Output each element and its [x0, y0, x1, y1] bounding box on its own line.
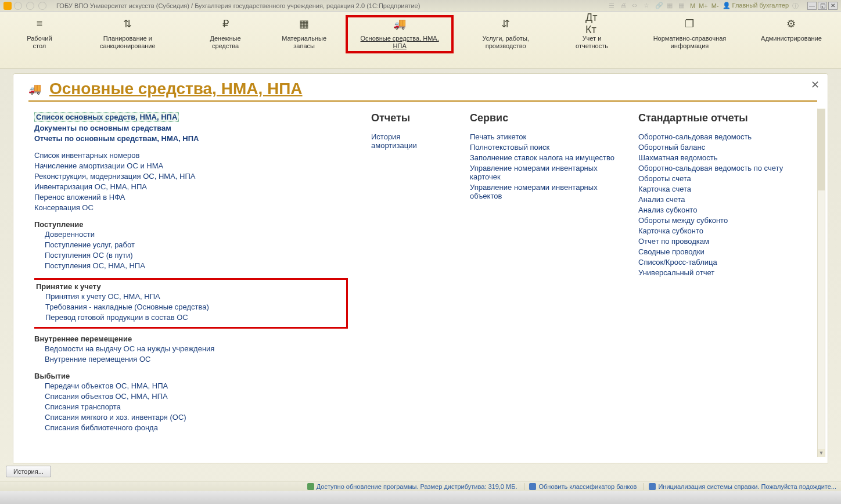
calc-icon[interactable]: ▦	[667, 2, 675, 10]
nav-item-6[interactable]: Дт КтУчет и отчетность	[558, 15, 626, 53]
nav-link[interactable]: Начисление амортизации ОС и НМА	[34, 161, 348, 170]
nav-item-4[interactable]: 🚚Основные средства, НМА, НПА	[346, 15, 454, 53]
nav-item-3[interactable]: ▦Материальные запасы	[263, 15, 346, 53]
nav-link[interactable]: Полнотекстовый поиск	[470, 143, 615, 152]
nav-item-5[interactable]: ⇵Услуги, работы, производство	[454, 15, 558, 53]
nav-link[interactable]: История амортизации	[371, 132, 447, 150]
nav-item-7[interactable]: ❐Нормативно-справочная информация	[626, 15, 753, 53]
close-panel-button[interactable]: ✕	[811, 78, 820, 91]
nav-link[interactable]: Список/Кросс-таблица	[638, 258, 789, 267]
nav-link[interactable]: Заполнение ставок налога на имущество	[470, 153, 615, 162]
status-help[interactable]: Инициализация системы справки. Пожалуйст…	[644, 483, 836, 490]
vertical-scrollbar[interactable]: ▲ ▼	[817, 109, 825, 457]
os-taskbar	[0, 491, 841, 504]
status-update[interactable]: Доступно обновление программы. Размер ди…	[303, 483, 517, 490]
nav-link[interactable]: Печать этикеток	[470, 132, 615, 141]
nav-link[interactable]: Перевод готовой продукции в состав ОС	[45, 313, 343, 322]
nav-link[interactable]: Управление номерами инвентарных карточек	[470, 164, 615, 181]
app-icon	[3, 2, 12, 10]
nav-item-2[interactable]: ₽Денежные средства	[188, 15, 263, 53]
group-title: Внутреннее перемещение	[34, 334, 348, 343]
nav-forward-icon[interactable]	[26, 2, 34, 10]
nav-link[interactable]: Консервация ОС	[34, 203, 348, 212]
nav-link[interactable]: Карточка субконто	[638, 226, 789, 235]
nav-link[interactable]: Списания объектов ОС, НМА, НПА	[45, 392, 348, 401]
nav-link[interactable]: Оборотно-сальдовая ведомость по счету	[638, 164, 789, 172]
m-btn[interactable]: M	[690, 2, 695, 9]
nav-link[interactable]: Поступления ОС (в пути)	[45, 251, 348, 260]
section-link[interactable]: Список основных средств, НМА, НПА	[34, 112, 179, 122]
content-panel: ✕ 🚚 Основные средства, НМА, НПА Список о…	[13, 73, 828, 463]
link-icon[interactable]: 🔗	[655, 2, 663, 10]
nav-link[interactable]: Обороты между субконто	[638, 216, 789, 225]
nav-icon: ⇅	[121, 19, 134, 29]
nav-label: Материальные запасы	[271, 35, 337, 50]
nav-item-1[interactable]: ⇅Планирование и санкционирование	[67, 15, 188, 53]
nav-column-service: СервисПечать этикетокПолнотекстовый поис…	[470, 112, 615, 449]
scroll-thumb[interactable]	[818, 109, 825, 190]
nav-link[interactable]: Доверенности	[45, 230, 348, 239]
star-icon[interactable]: ☆	[644, 2, 652, 10]
nav-link[interactable]: Управление номерами инвентарных объектов	[470, 183, 615, 200]
nav-item-0[interactable]: ≡Рабочий стол	[12, 15, 67, 53]
history-button[interactable]: История...	[6, 466, 51, 477]
group-title: Выбытие	[34, 372, 348, 380]
group-title: Принятие к учету	[36, 282, 343, 291]
compare-icon[interactable]: ⇔	[632, 2, 640, 10]
nav-link[interactable]: Списания транспорта	[45, 402, 348, 411]
close-window-button[interactable]: ✕	[828, 2, 838, 10]
info-small-icon	[649, 483, 656, 490]
status-banks[interactable]: Обновить классификатор банков	[524, 483, 637, 490]
nav-link[interactable]: Оборотно-сальдовая ведомость	[638, 132, 789, 141]
info-icon[interactable]: ⓘ	[792, 2, 800, 10]
column-heading: Стандартные отчеты	[638, 112, 789, 124]
nav-icon: ▦	[298, 19, 311, 29]
nav-link[interactable]: Ведомости на выдачу ОС на нужды учрежден…	[45, 344, 348, 353]
nav-link[interactable]: Поступления ОС, НМА, НПА	[45, 261, 348, 270]
nav-link[interactable]: Обороты счета	[638, 174, 789, 183]
scroll-down-icon[interactable]: ▼	[818, 449, 825, 457]
page-title: Основные средства, НМА, НПА	[49, 80, 303, 98]
nav-link[interactable]: Передачи объектов ОС, НМА, НПА	[45, 381, 348, 390]
nav-link[interactable]: Инвентаризация ОС, НМА, НПА	[34, 182, 348, 191]
nav-link[interactable]: Список инвентарных номеров	[34, 151, 348, 160]
nav-link[interactable]: Анализ счета	[638, 195, 789, 204]
nav-label: Нормативно-справочная информация	[634, 35, 745, 50]
section-link[interactable]: Документы по основным средствам	[34, 124, 348, 132]
nav-item-8[interactable]: ⚙Администрирование	[753, 15, 829, 46]
toolbar-icon[interactable]: ☰	[609, 2, 617, 10]
user-label[interactable]: 👤 Главный бухгалтер	[723, 2, 789, 9]
section-link[interactable]: Отчеты по основным средствам, НМА, НПА	[34, 134, 348, 143]
refresh-icon	[529, 483, 536, 490]
column-heading: Сервис	[470, 112, 615, 124]
nav-link[interactable]: Реконструкция, модернизация ОС, НМА, НПА	[34, 172, 348, 181]
m-plus-btn[interactable]: M+	[699, 2, 708, 9]
nav-column-reports: ОтчетыИстория амортизации	[371, 112, 447, 449]
nav-column-main: Список основных средств, НМА, НПАДокумен…	[34, 112, 348, 449]
nav-link[interactable]: Оборотный баланс	[638, 143, 789, 152]
nav-link[interactable]: Отчет по проводкам	[638, 237, 789, 246]
nav-back-icon[interactable]	[14, 2, 22, 10]
nav-link[interactable]: Перенос вложений в НФА	[34, 193, 348, 201]
nav-link[interactable]: Списания мягкого и хоз. инвентаря (ОС)	[45, 413, 348, 422]
nav-link[interactable]: Карточка счета	[638, 185, 789, 193]
nav-link[interactable]: Внутренние перемещения ОС	[45, 355, 348, 363]
nav-link[interactable]: Анализ субконто	[638, 206, 789, 214]
nav-link[interactable]: Универсальный отчет	[638, 268, 789, 277]
nav-link[interactable]: Списания библиотечного фонда	[45, 423, 348, 432]
m-minus-btn[interactable]: M-	[711, 2, 719, 9]
main-nav: ≡Рабочий стол⇅Планирование и санкциониро…	[0, 12, 841, 69]
calendar-icon[interactable]: ▦	[678, 2, 687, 10]
truck-icon: 🚚	[28, 82, 41, 95]
maximize-button[interactable]: ◱	[818, 2, 827, 10]
nav-link[interactable]: Шахматная ведомость	[638, 153, 789, 162]
favorite-icon[interactable]	[38, 2, 46, 10]
title-bar: ГОБУ ВПО Университет искусств (Субсидия)…	[0, 0, 841, 12]
nav-link[interactable]: Поступление услуг, работ	[45, 240, 348, 249]
nav-link[interactable]: Требования - накладные (Основные средств…	[45, 303, 343, 311]
nav-link[interactable]: Принятия к учету ОС, НМА, НПА	[45, 292, 343, 301]
nav-link[interactable]: Сводные проводки	[638, 247, 789, 256]
status-bar: Доступно обновление программы. Размер ди…	[0, 481, 841, 491]
minimize-button[interactable]: —	[807, 2, 817, 10]
print-icon[interactable]: 🖨	[620, 2, 628, 10]
